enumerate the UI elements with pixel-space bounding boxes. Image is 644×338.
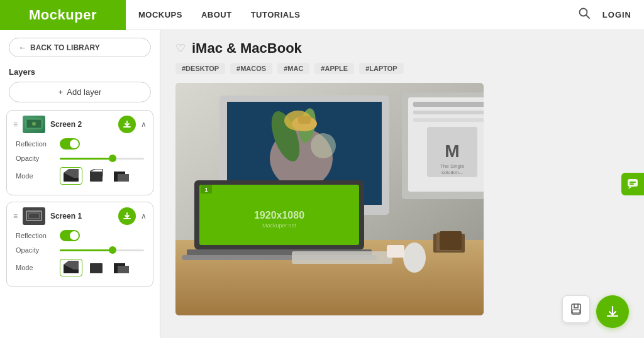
page-title-row: ♡ iMac & MacBook <box>175 40 629 57</box>
sidebar: ← BACK TO LIBRARY Layers + Add layer ≡ S… <box>0 30 160 338</box>
back-to-library-button[interactable]: ← BACK TO LIBRARY <box>9 38 151 57</box>
svg-rect-6 <box>90 172 103 182</box>
slider-fill-screen2 <box>60 158 110 160</box>
layer-screen1: ≡ Screen 1 ∧ Reflection <box>6 202 153 287</box>
mode-normal-screen1[interactable] <box>60 259 82 276</box>
search-icon <box>579 8 590 19</box>
svg-text:solution...: solution... <box>441 170 463 175</box>
screen2-thumb-icon <box>25 118 43 131</box>
mode-alt2-icon <box>113 169 130 183</box>
mode-normal-icon <box>62 169 80 183</box>
reflection-row-screen1: Reflection <box>16 230 144 241</box>
screen2-download-button[interactable] <box>118 116 136 133</box>
opacity-slider-screen1[interactable] <box>60 247 144 254</box>
svg-text:Mockuper.net: Mockuper.net <box>262 222 297 229</box>
layer-thumb-screen1 <box>23 207 45 225</box>
slider-fill-screen1 <box>60 249 110 251</box>
svg-text:1920x1080: 1920x1080 <box>254 210 304 221</box>
slider-track-screen2 <box>60 158 144 160</box>
mode-row-screen1: Mode <box>16 259 144 276</box>
slider-thumb-screen1[interactable] <box>109 246 116 254</box>
svg-rect-12 <box>118 266 129 273</box>
layers-label: Layers <box>0 65 160 82</box>
drag-handle-screen2[interactable]: ≡ <box>13 120 18 129</box>
layer-screen2-header: ≡ Screen 2 ∧ <box>13 116 147 133</box>
screen2-details: Reflection Opacity Mode <box>13 133 147 185</box>
svg-rect-49 <box>440 231 462 250</box>
reflection-row-screen2: Reflection <box>16 138 144 150</box>
desk-scene-svg: M The Single solution... 1 1920x1080 Moc… <box>175 83 484 315</box>
mode-a2-icon <box>113 261 130 275</box>
favorite-heart-icon[interactable]: ♡ <box>175 41 186 55</box>
layer-thumb-screen2 <box>23 116 45 133</box>
drag-handle-screen1[interactable]: ≡ <box>13 212 18 221</box>
mode-alt1-icon <box>87 169 105 183</box>
main-layout: ← BACK TO LIBRARY Layers + Add layer ≡ S… <box>0 30 644 338</box>
mockup-preview: M The Single solution... 1 1920x1080 Moc… <box>175 83 484 315</box>
svg-rect-32 <box>413 118 484 122</box>
tag-macos[interactable]: #MACOS <box>230 63 272 74</box>
chevron-screen1[interactable]: ∧ <box>141 212 147 221</box>
layer-screen2: ≡ Screen 2 ∧ Reflec <box>6 110 153 195</box>
nav-right: LOGIN <box>579 8 631 22</box>
add-layer-button[interactable]: + Add layer <box>9 82 151 102</box>
download-button[interactable] <box>596 295 629 328</box>
tag-laptop[interactable]: #LAPTOP <box>359 63 404 74</box>
mode-label-screen1: Mode <box>16 264 53 271</box>
nav-mockups[interactable]: MOCKUPS <box>138 8 182 22</box>
reflection-toggle-screen2[interactable] <box>60 138 80 150</box>
svg-rect-56 <box>572 310 580 313</box>
svg-rect-7 <box>118 174 129 182</box>
mode-alt2-screen2[interactable] <box>110 167 133 185</box>
header: Mockuper MOCKUPS ABOUT TUTORIALS LOGIN <box>0 0 644 30</box>
save-mockup-button[interactable] <box>562 295 590 323</box>
add-layer-label: Add layer <box>67 87 101 97</box>
screen2-name: Screen 2 <box>50 120 113 129</box>
screen1-name: Screen 1 <box>50 212 113 221</box>
svg-point-4 <box>32 122 36 126</box>
download-primary-icon <box>605 304 620 319</box>
mode-alt1-screen1[interactable] <box>85 259 108 276</box>
svg-rect-53 <box>630 182 636 183</box>
add-layer-icon: + <box>58 87 64 97</box>
search-button[interactable] <box>579 8 590 22</box>
screen1-details: Reflection Opacity Mode <box>13 225 147 276</box>
mode-normal-screen2[interactable] <box>60 167 82 185</box>
login-button[interactable]: LOGIN <box>602 10 631 19</box>
download-icon-screen1 <box>123 212 131 221</box>
chat-float-button[interactable] <box>621 173 644 195</box>
mockup-image: M The Single solution... 1 1920x1080 Moc… <box>175 83 484 315</box>
opacity-row-screen2: Opacity <box>16 155 144 162</box>
tag-apple[interactable]: #APPLE <box>314 63 354 74</box>
mode-label-screen2: Mode <box>16 172 53 180</box>
mode-alt2-screen1[interactable] <box>110 259 133 276</box>
tag-desktop[interactable]: #DESKTOP <box>175 63 225 74</box>
reflection-label-screen2: Reflection <box>16 140 53 148</box>
nav-tutorials[interactable]: TUTORIALS <box>251 8 301 22</box>
svg-rect-11 <box>90 263 103 273</box>
layer-screen1-header: ≡ Screen 1 ∧ <box>13 207 147 225</box>
svg-line-1 <box>586 15 589 18</box>
nav-about[interactable]: ABOUT <box>201 8 232 22</box>
back-arrow-icon: ← <box>18 43 26 52</box>
screen1-download-button[interactable] <box>118 207 136 225</box>
download-icon-screen2 <box>123 120 131 129</box>
svg-point-23 <box>311 133 336 158</box>
opacity-label-screen2: Opacity <box>16 155 53 162</box>
mode-a1-icon <box>87 261 105 275</box>
back-label: BACK TO LIBRARY <box>30 43 100 52</box>
screen1-thumb-icon <box>25 210 43 222</box>
tag-mac[interactable]: #MAC <box>277 63 309 74</box>
chevron-screen2[interactable]: ∧ <box>141 120 147 129</box>
slider-thumb-screen2[interactable] <box>109 155 116 162</box>
page-title: iMac & MacBook <box>192 40 302 57</box>
opacity-slider-screen2[interactable] <box>60 155 144 162</box>
bottom-actions <box>562 295 629 328</box>
chat-icon <box>626 178 639 190</box>
logo: Mockuper <box>29 7 97 23</box>
save-icon <box>570 303 582 315</box>
content-area: ♡ iMac & MacBook #DESKTOP #MACOS #MAC #A… <box>160 30 644 338</box>
opacity-row-screen1: Opacity <box>16 246 144 254</box>
mode-alt1-screen2[interactable] <box>85 167 108 185</box>
reflection-toggle-screen1[interactable] <box>60 230 80 241</box>
